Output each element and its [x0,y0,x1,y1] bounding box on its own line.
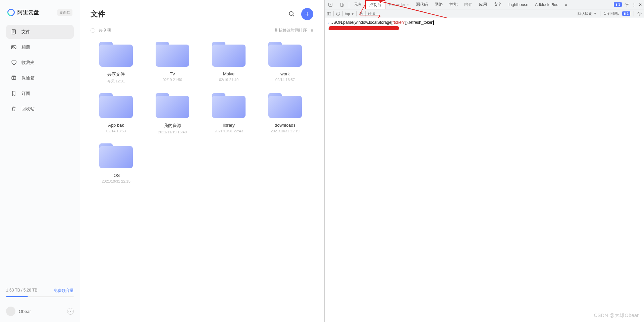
devtools-tab[interactable]: 安全 [490,0,505,9]
trash-icon [11,106,17,112]
device-icon[interactable] [336,0,347,9]
sidebar-item-label: 文件 [21,29,30,35]
folder-time: 02/14 13:53 [106,129,126,133]
issues-count-badge[interactable]: ▮ 1 [622,11,630,16]
add-button[interactable]: + [301,8,313,20]
devtools-tab[interactable]: Adblock Plus [532,0,561,9]
brand-tag[interactable]: 桌面端 [57,9,72,16]
storage-info: 1.63 TB / 5.28 TB 免费领容量 [6,288,74,294]
search-icon[interactable] [288,11,295,17]
sidebar-item-image[interactable]: 相册 [6,40,74,54]
folder-name: 我的资源 [164,123,181,129]
clear-console-icon[interactable] [336,11,340,16]
item-count: 共 9 项 [99,27,111,33]
svg-point-13 [639,13,640,14]
devtools-tab[interactable]: 内存 [461,0,476,9]
folder-name: 共享文件 [107,71,125,77]
folder-icon [99,143,133,168]
sidebar-item-vault[interactable]: 保险箱 [6,71,74,85]
sidebar-item-bookmark[interactable]: 订阅 [6,86,74,101]
close-icon[interactable]: ✕ [639,2,642,7]
folder-time: 02/19 21:49 [219,78,238,82]
kebab-icon[interactable]: ⋮ [632,2,636,7]
issues-badge[interactable]: ▮ 1 [614,2,622,7]
bookmark-icon [11,90,17,96]
sidebar-item-heart[interactable]: 收藏夹 [6,56,74,70]
folder-item[interactable]: work02/14 13:57 [257,39,313,90]
folder-icon [99,93,133,118]
folder-name: library [223,123,234,128]
svg-rect-8 [342,4,343,6]
tabs-more-icon[interactable]: » [561,0,571,9]
sidebar-item-label: 保险箱 [21,75,35,81]
sidebar-item-label: 相册 [21,44,30,50]
storage-bar [6,296,74,297]
user-name: Obear [19,309,31,314]
svg-rect-10 [327,12,331,15]
devtools-tab[interactable]: 性能 [446,0,461,9]
folder-time: 2021/10/31 22:19 [271,129,300,133]
brand: 阿里云盘 桌面端 [6,6,74,19]
storage-text: 1.63 TB / 5.28 TB [6,288,38,294]
folder-time: 2021/11/19 16:40 [158,130,187,134]
svg-point-9 [626,4,628,5]
folder-item[interactable]: IOS2021/10/31 22:15 [88,140,144,189]
folder-item[interactable]: TV02/19 21:50 [144,39,201,90]
user-row[interactable]: Obear ⋯ [6,307,74,316]
folder-name: downloads [275,123,296,128]
heart-icon [11,60,17,66]
level-select[interactable]: 默认级别 ▼ [578,11,597,16]
more-icon[interactable]: ⋯ [67,308,74,315]
vault-icon [11,75,17,81]
folder-time: 2021/10/31 22:15 [102,179,130,183]
settings-icon[interactable] [625,2,629,7]
folder-icon [99,42,133,67]
prompt-icon: › [328,20,329,25]
folder-item[interactable]: App bak02/14 13:53 [88,90,144,140]
page-title: 文件 [91,9,105,19]
folder-item[interactable]: 共享文件今天 12:31 [88,39,144,90]
view-toggle-icon[interactable]: ≡ [311,28,313,33]
context-select[interactable]: top ▼ [345,12,354,16]
avatar-icon [6,307,15,316]
folder-time: 02/14 13:57 [275,78,295,82]
devtools-tab[interactable]: 网络 [431,0,446,9]
folder-item[interactable]: library2021/10/31 22:43 [201,90,257,140]
folder-item[interactable]: Moive02/19 21:49 [201,39,257,90]
folder-name: TV [170,71,175,76]
folder-icon [268,93,302,118]
folder-item[interactable]: downloads2021/10/31 22:19 [257,90,313,140]
sidebar-item-label: 收藏夹 [21,60,35,66]
devtools-tab[interactable]: Lighthouse [505,0,532,9]
sidebar-item-file[interactable]: 文件 [6,25,74,39]
folder-time: 2021/10/31 22:43 [214,129,243,133]
folder-icon [212,93,246,118]
inspect-icon[interactable] [325,0,336,9]
folder-name: Moive [223,71,235,76]
console-body[interactable]: › JSON.parse(window.localStorage["token"… [325,18,644,322]
sidebar-item-trash[interactable]: 回收站 [6,102,74,116]
select-all-checkbox[interactable] [91,28,95,33]
devtools-tab[interactable]: 源代码 [413,0,431,9]
folder-icon [212,42,246,67]
annotation-redaction [329,26,399,30]
sort-toggle[interactable]: ⇅ 按修改时间排序 [274,27,307,33]
folder-name: work [280,71,289,76]
console-input[interactable]: JSON.parse(window.localStorage["token"])… [331,20,434,25]
folder-icon [156,42,189,67]
brand-logo-icon [6,7,16,17]
svg-rect-3 [12,77,16,80]
brand-name: 阿里云盘 [17,9,39,16]
svg-point-4 [13,78,14,79]
storage-link[interactable]: 免费领容量 [54,288,74,294]
sidebar-item-label: 回收站 [21,106,35,112]
watermark: CSDN @大雄Obear [594,312,639,319]
folder-name: IOS [112,173,120,178]
folder-time: 02/19 21:50 [163,78,182,82]
devtools-tab[interactable]: 应用 [476,0,490,9]
folder-icon [268,42,302,67]
sidebar-toggle-icon[interactable] [327,11,331,16]
console-settings-icon[interactable] [637,11,642,16]
folder-item[interactable]: 我的资源2021/11/19 16:40 [144,90,201,140]
issues-label: 1 个问题: [604,11,619,16]
